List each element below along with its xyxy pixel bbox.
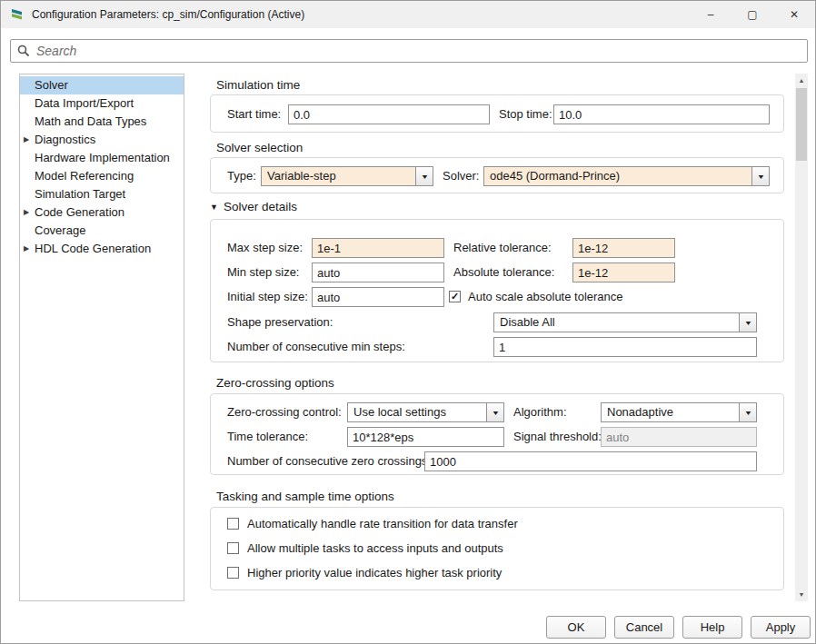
initial-step-size-input[interactable] xyxy=(312,287,444,307)
min-step-size-label: Min step size: xyxy=(227,265,299,279)
check-icon: ✓ xyxy=(451,292,459,302)
sidebar-item-diagnostics[interactable]: ▶ Diagnostics xyxy=(20,131,184,149)
window-controls: – ▢ ✕ xyxy=(690,1,815,28)
section-title-solver-details: Solver details xyxy=(224,200,297,213)
sidebar-item-label: Math and Data Types xyxy=(35,114,146,128)
dropdown-arrow-icon[interactable]: ▼ xyxy=(415,167,433,185)
help-button[interactable]: Help xyxy=(682,616,742,639)
simulink-icon xyxy=(10,7,25,22)
tasking-panel: Automatically handle rate transition for… xyxy=(210,507,784,590)
sidebar-item-simulation-target[interactable]: Simulation Target xyxy=(20,185,184,203)
stop-time-label: Stop time: xyxy=(499,107,552,121)
relative-tolerance-input[interactable] xyxy=(572,238,675,258)
solver-dropdown[interactable]: ode45 (Dormand-Prince) ▼ xyxy=(483,166,770,186)
solver-type-value: Variable-step xyxy=(262,167,415,185)
multiple-tasks-checkbox[interactable] xyxy=(227,542,239,554)
consecutive-min-steps-label: Number of consecutive min steps: xyxy=(227,340,405,353)
absolute-tolerance-label: Absolute tolerance: xyxy=(453,265,554,279)
initial-step-size-label: Initial step size: xyxy=(227,290,308,303)
sidebar-item-label: Simulation Target xyxy=(35,187,125,201)
sidebar-item-hdl-code-generation[interactable]: ▶ HDL Code Generation xyxy=(20,240,184,258)
max-step-size-input[interactable] xyxy=(312,238,444,258)
scroll-down-icon[interactable]: ▼ xyxy=(795,588,808,601)
cancel-button[interactable]: Cancel xyxy=(614,616,674,639)
sidebar-item-label: HDL Code Generation xyxy=(35,242,151,255)
configuration-parameters-dialog: Configuration Parameters: cp_sim/Configu… xyxy=(0,0,816,644)
sidebar-item-label: Model Referencing xyxy=(35,169,134,183)
maximize-button[interactable]: ▢ xyxy=(731,1,773,28)
expand-arrow-icon[interactable]: ▶ xyxy=(24,203,29,222)
shape-preservation-value: Disable All xyxy=(494,313,739,332)
solver-selection-panel: Type: Variable-step ▼ Solver: ode45 (Dor… xyxy=(210,157,784,193)
search-input[interactable] xyxy=(36,44,801,58)
consecutive-zero-crossings-input[interactable] xyxy=(424,451,757,471)
sidebar-item-hardware-implementation[interactable]: Hardware Implementation xyxy=(20,149,184,167)
zero-crossing-control-dropdown[interactable]: Use local settings ▼ xyxy=(347,402,504,422)
time-tolerance-label: Time tolerance: xyxy=(227,430,308,443)
algorithm-value: Nonadaptive xyxy=(602,403,739,421)
higher-priority-label: Higher priority value indicates higher t… xyxy=(247,566,502,580)
auto-scale-checkbox[interactable]: ✓ xyxy=(449,291,461,302)
sidebar-item-label: Solver xyxy=(35,78,68,92)
expand-arrow-icon[interactable]: ▶ xyxy=(24,131,29,149)
simulation-time-panel: Start time: Stop time: xyxy=(210,94,784,133)
close-icon: ✕ xyxy=(790,9,799,20)
section-title-solver-selection: Solver selection xyxy=(216,141,303,154)
maximize-icon: ▢ xyxy=(747,9,757,20)
sidebar-item-model-referencing[interactable]: Model Referencing xyxy=(20,167,184,185)
solver-details-panel: Max step size: Relative tolerance: Min s… xyxy=(210,219,784,362)
scrollbar-thumb[interactable] xyxy=(796,88,807,161)
settings-panel: Simulation time Start time: Stop time: S… xyxy=(184,74,784,601)
max-step-size-label: Max step size: xyxy=(227,241,303,254)
start-time-label: Start time: xyxy=(227,107,281,121)
signal-threshold-label: Signal threshold: xyxy=(513,430,602,443)
higher-priority-checkbox[interactable] xyxy=(227,567,239,579)
solver-label: Solver: xyxy=(443,169,479,183)
sidebar-item-solver[interactable]: Solver xyxy=(20,76,184,94)
minimize-button[interactable]: – xyxy=(690,1,731,28)
dropdown-arrow-icon[interactable]: ▼ xyxy=(486,403,503,421)
solver-details-expander[interactable]: ▼ Solver details xyxy=(210,200,297,213)
solver-value: ode45 (Dormand-Prince) xyxy=(484,167,751,185)
sidebar-item-coverage[interactable]: Coverage xyxy=(20,222,184,240)
sidebar-item-code-generation[interactable]: ▶ Code Generation xyxy=(20,203,184,222)
min-step-size-input[interactable] xyxy=(312,263,444,282)
stop-time-input[interactable] xyxy=(553,104,770,124)
dropdown-arrow-icon[interactable]: ▼ xyxy=(739,403,756,421)
absolute-tolerance-input[interactable] xyxy=(572,263,675,282)
sidebar-item-label: Hardware Implementation xyxy=(35,151,170,164)
vertical-scrollbar[interactable]: ▲ ▼ xyxy=(795,74,808,601)
shape-preservation-dropdown[interactable]: Disable All ▼ xyxy=(493,312,757,332)
close-button[interactable]: ✕ xyxy=(773,1,815,28)
auto-scale-label: Auto scale absolute tolerance xyxy=(468,290,623,303)
search-bar xyxy=(10,39,808,63)
sidebar-item-label: Code Generation xyxy=(35,205,124,219)
dropdown-arrow-icon[interactable]: ▼ xyxy=(751,167,769,185)
zero-crossing-panel: Zero-crossing control: Use local setting… xyxy=(210,393,784,475)
sidebar-item-math-and-data-types[interactable]: Math and Data Types xyxy=(20,113,184,131)
time-tolerance-input[interactable] xyxy=(347,427,504,447)
section-title-tasking: Tasking and sample time options xyxy=(216,490,394,503)
scroll-up-icon[interactable]: ▲ xyxy=(795,74,808,87)
signal-threshold-input xyxy=(601,427,757,447)
start-time-input[interactable] xyxy=(288,104,490,124)
apply-button[interactable]: Apply xyxy=(751,616,811,639)
multiple-tasks-label: Allow multiple tasks to access inputs an… xyxy=(247,541,503,555)
rate-transition-checkbox[interactable] xyxy=(227,518,239,530)
consecutive-zero-crossings-label: Number of consecutive zero crossings: xyxy=(227,454,431,468)
ok-button[interactable]: OK xyxy=(546,616,606,639)
algorithm-label: Algorithm: xyxy=(513,405,567,419)
minimize-icon: – xyxy=(708,9,714,20)
collapse-arrow-icon: ▼ xyxy=(210,203,218,212)
sidebar-item-data-import-export[interactable]: Data Import/Export xyxy=(20,94,184,113)
titlebar: Configuration Parameters: cp_sim/Configu… xyxy=(1,1,815,28)
expand-arrow-icon[interactable]: ▶ xyxy=(24,240,29,258)
zero-crossing-control-value: Use local settings xyxy=(348,403,486,421)
relative-tolerance-label: Relative tolerance: xyxy=(453,241,552,254)
solver-type-label: Type: xyxy=(227,169,256,183)
sidebar-item-label: Diagnostics xyxy=(35,133,95,146)
dropdown-arrow-icon[interactable]: ▼ xyxy=(739,313,756,332)
algorithm-dropdown[interactable]: Nonadaptive ▼ xyxy=(601,402,757,422)
solver-type-dropdown[interactable]: Variable-step ▼ xyxy=(261,166,433,186)
consecutive-min-steps-input[interactable] xyxy=(493,337,757,357)
